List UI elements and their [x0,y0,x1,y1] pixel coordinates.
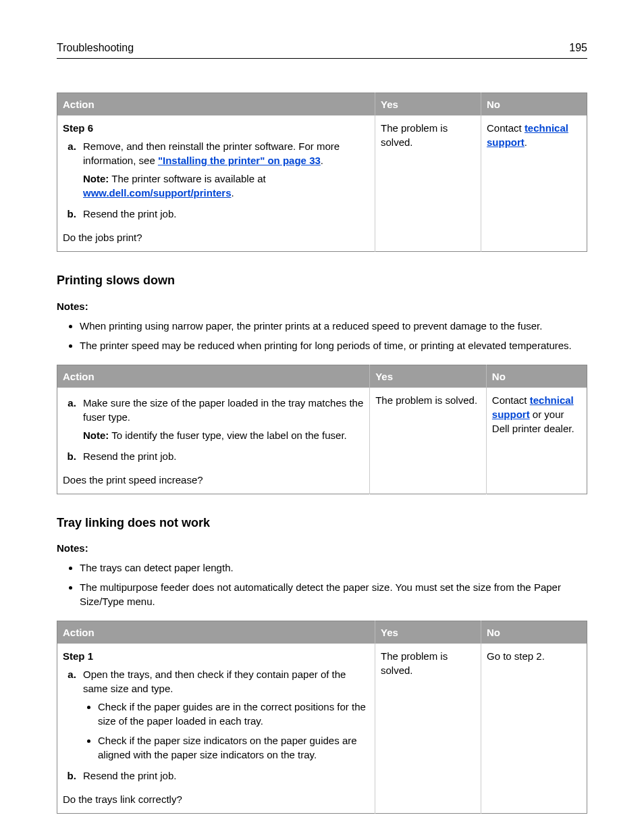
step-label: Step 6 [63,121,369,135]
note: Note: To identify the fuser type, view t… [83,428,364,442]
col-yes: Yes [375,93,481,116]
troubleshoot-table-slows: Action Yes No Make sure the size of the … [57,365,587,494]
step-a-text: Make sure the size of the paper loaded i… [83,397,363,423]
troubleshoot-table-step6: Action Yes No Step 6 Remove, and then re… [57,93,587,252]
step-a: Make sure the size of the paper loaded i… [79,396,364,442]
note-text: To identify the fuser type, view the lab… [109,429,346,441]
final-question: Do the jobs print? [63,230,369,244]
step-a: Open the trays, and then check if they c… [79,667,369,762]
step-b: Resend the print job. [79,768,369,783]
no-prefix: Contact [487,122,525,134]
note: Note: The printer software is available … [83,172,369,200]
col-action: Action [57,621,375,644]
step-b: Resend the print job. [79,449,364,463]
section-heading-printing-slows: Printing slows down [57,272,587,289]
page-number: 195 [569,41,587,55]
note-prefix: Note: [83,173,109,184]
no-cell: Contact technical support. [481,115,587,252]
bullet-item: Check if the paper size indicators on th… [98,733,369,762]
step-a-end: . [321,155,323,166]
final-question: Do the trays link correctly? [63,792,369,806]
final-question: Does the print speed increase? [63,473,364,487]
note-item: The trays can detect paper length. [80,561,587,575]
step-a: Remove, and then reinstall the printer s… [79,139,369,200]
notes-list: When printing using narrow paper, the pr… [57,319,587,353]
action-cell: Step 6 Remove, and then reinstall the pr… [57,115,375,252]
note-end: . [231,187,234,199]
note-prefix: Note: [83,429,109,441]
step-a-text: Open the trays, and then check if they c… [83,669,346,694]
col-yes: Yes [375,621,481,644]
notes-label: Notes: [57,299,587,313]
no-end: . [525,136,527,148]
table-row: Step 6 Remove, and then reinstall the pr… [57,115,587,252]
troubleshoot-table-tray: Action Yes No Step 1 Open the trays, and… [57,621,587,814]
col-action: Action [57,365,370,388]
col-no: No [486,365,587,388]
install-printer-link[interactable]: "Installing the printer" on page 33 [158,155,321,166]
note-text: The printer software is available at [109,173,265,184]
action-cell: Step 1 Open the trays, and then check if… [57,644,375,814]
dell-support-link[interactable]: www.dell.com/support/printers [83,187,231,199]
yes-cell: The problem is solved. [370,388,487,494]
col-no: No [481,621,587,644]
notes-list: The trays can detect paper length. The m… [57,561,587,608]
step-label: Step 1 [63,649,369,663]
page-header: Troubleshooting 195 [57,41,587,59]
col-action: Action [57,93,375,116]
yes-cell: The problem is solved. [375,115,481,252]
section-heading-tray-linking: Tray linking does not work [57,515,587,531]
action-cell: Make sure the size of the paper loaded i… [57,388,370,494]
no-cell: Go to step 2. [481,644,587,814]
col-yes: Yes [370,365,487,388]
no-prefix: Contact [492,394,530,406]
table-row: Make sure the size of the paper loaded i… [57,388,587,494]
no-cell: Contact technical support or your Dell p… [486,388,587,494]
step-b: Resend the print job. [79,207,369,221]
table-row: Step 1 Open the trays, and then check if… [57,644,587,814]
yes-cell: The problem is solved. [375,644,481,814]
header-title: Troubleshooting [57,41,134,55]
notes-label: Notes: [57,541,587,555]
note-item: When printing using narrow paper, the pr… [80,319,587,333]
note-item: The printer speed may be reduced when pr… [80,338,587,353]
note-item: The multipurpose feeder does not automat… [80,580,587,608]
col-no: No [481,93,587,116]
bullet-item: Check if the paper guides are in the cor… [98,700,369,728]
